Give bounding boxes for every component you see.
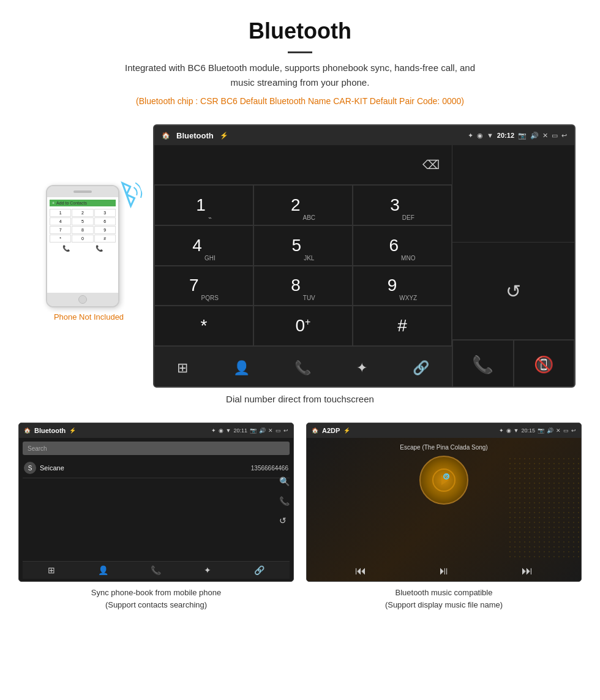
music-block: 🏠 A2DP ⚡ ✦ ◉ ▼ 20:15 📷 🔊 ✕ ▭ ↩ bbox=[306, 423, 582, 611]
music-body: Escape (The Pina Colada Song) ⏮ ⏯ ⏭ bbox=[307, 438, 581, 582]
dialer-content: ⌫ 1⌁ 2ABC 3DEF 4GHI 5JKL 6MNO 7PQRS 8TUV… bbox=[154, 145, 574, 388]
answer-button[interactable]: 📞 bbox=[452, 340, 514, 388]
bt-icon-s: ✦ bbox=[211, 427, 216, 434]
link-icon-c[interactable]: 🔗 bbox=[254, 565, 264, 575]
key-4[interactable]: 4GHI bbox=[154, 225, 253, 266]
x-icon-m[interactable]: ✕ bbox=[556, 427, 561, 434]
grid-icon[interactable]: ⊞ bbox=[177, 360, 188, 376]
next-icon[interactable]: ⏭ bbox=[522, 565, 533, 578]
call-buttons: 📞 📵 bbox=[452, 340, 574, 388]
clock: 20:12 bbox=[497, 132, 514, 139]
sig-icon-m: ▼ bbox=[514, 427, 519, 434]
close-icon[interactable]: ✕ bbox=[542, 132, 548, 140]
contacts-status-bar: 🏠 Bluetooth ⚡ ✦ ◉ ▼ 20:11 📷 🔊 ✕ ▭ ↩ bbox=[19, 423, 293, 438]
contacts-icon[interactable]: 👤 bbox=[233, 360, 250, 376]
refresh-icon[interactable]: ↺ bbox=[506, 280, 521, 302]
music-caption: Bluetooth music compatible(Support displ… bbox=[385, 587, 503, 611]
search-bar[interactable]: Search bbox=[23, 442, 290, 455]
refresh-area: ↺ bbox=[452, 243, 574, 340]
specs-text: (Bluetooth chip : CSR BC6 Default Blueto… bbox=[12, 96, 588, 106]
usb-icon: ⚡ bbox=[220, 132, 228, 140]
phone-icon-c2[interactable]: 📞 bbox=[151, 565, 161, 575]
phone-container: + Add to Contacts 123 456 789 *0# 📞 📞 bbox=[24, 173, 153, 322]
win-icon-s[interactable]: ▭ bbox=[276, 427, 281, 434]
volume-icon[interactable]: 🔊 bbox=[530, 132, 539, 140]
contacts-block: 🏠 Bluetooth ⚡ ✦ ◉ ▼ 20:11 📷 🔊 ✕ ▭ ↩ bbox=[18, 423, 294, 611]
vol-icon-m[interactable]: 🔊 bbox=[547, 427, 553, 434]
phone-icon[interactable]: 📞 bbox=[294, 360, 311, 376]
key-5[interactable]: 5JKL bbox=[253, 225, 353, 266]
backspace-button[interactable]: ⌫ bbox=[422, 157, 440, 172]
back-icon-s[interactable]: ↩ bbox=[283, 427, 288, 434]
status-bar: 🏠 Bluetooth ⚡ ✦ ◉ ▼ 20:12 📷 🔊 ✕ ▭ ↩ bbox=[154, 126, 574, 145]
music-status-bar: 🏠 A2DP ⚡ ✦ ◉ ▼ 20:15 📷 🔊 ✕ ▭ ↩ bbox=[307, 423, 581, 438]
win-icon-m[interactable]: ▭ bbox=[563, 427, 569, 434]
prev-icon[interactable]: ⏮ bbox=[355, 565, 366, 578]
link-icon[interactable]: 🔗 bbox=[413, 360, 429, 376]
dialer-bottom-toolbar: ⊞ 👤 📞 ✦ 🔗 bbox=[154, 346, 452, 388]
key-9[interactable]: 9WXYZ bbox=[353, 266, 452, 306]
search-placeholder: Search bbox=[28, 445, 47, 452]
key-hash[interactable]: # bbox=[353, 306, 452, 346]
window-icon[interactable]: ▭ bbox=[552, 132, 558, 140]
sig-icon-s: ▼ bbox=[226, 427, 231, 434]
cam-icon-m[interactable]: 📷 bbox=[538, 427, 544, 434]
phone-not-included-label: Phone Not Included bbox=[54, 312, 124, 322]
contacts-body: Search S Seicane 13566664466 🔍 📞 ↺ ⊞ bbox=[19, 438, 293, 582]
contacts-caption: Sync phone-book from mobile phone(Suppor… bbox=[91, 587, 221, 611]
contacts-icon-c[interactable]: 👤 bbox=[98, 565, 108, 575]
camera-icon[interactable]: 📷 bbox=[518, 132, 527, 140]
end-call-button[interactable]: 📵 bbox=[514, 340, 575, 388]
cam-icon-s[interactable]: 📷 bbox=[250, 427, 257, 434]
bt-icon-m: ✦ bbox=[499, 427, 504, 434]
usb-icon-m: ⚡ bbox=[343, 427, 350, 434]
dial-label: Dial number direct from touchscreen bbox=[0, 394, 600, 404]
home-icon[interactable]: 🏠 bbox=[162, 132, 170, 140]
back-icon[interactable]: ↩ bbox=[561, 132, 567, 140]
home-icon-s[interactable]: 🏠 bbox=[24, 427, 31, 434]
key-3[interactable]: 3DEF bbox=[353, 185, 452, 225]
loc-icon-s: ◉ bbox=[219, 427, 223, 434]
music-screen-container: 🏠 A2DP ⚡ ✦ ◉ ▼ 20:15 📷 🔊 ✕ ▭ ↩ bbox=[306, 423, 582, 582]
phone-mockup: + Add to Contacts 123 456 789 *0# 📞 📞 bbox=[46, 185, 119, 307]
search-icon-c[interactable]: 🔍 bbox=[279, 476, 290, 486]
page-title: Bluetooth bbox=[12, 18, 588, 44]
key-1[interactable]: 1⌁ bbox=[154, 185, 253, 225]
contacts-area: S Seicane 13566664466 🔍 📞 ↺ bbox=[23, 458, 290, 561]
contact-row: S Seicane 13566664466 bbox=[23, 458, 290, 478]
key-8[interactable]: 8TUV bbox=[253, 266, 353, 306]
location-icon: ◉ bbox=[477, 132, 483, 140]
contact-number: 13566664466 bbox=[251, 465, 288, 472]
status-left: 🏠 Bluetooth ⚡ bbox=[162, 131, 228, 140]
vol-icon-s[interactable]: 🔊 bbox=[259, 427, 266, 434]
album-art bbox=[419, 456, 468, 505]
refresh-icon-c[interactable]: ↺ bbox=[279, 516, 290, 525]
dialer-right-top bbox=[452, 145, 574, 243]
loc-icon-m: ◉ bbox=[506, 427, 511, 434]
title-divider bbox=[288, 51, 312, 53]
bt-icon: ✦ bbox=[468, 132, 473, 140]
key-star[interactable]: * bbox=[154, 306, 253, 346]
grid-icon-c[interactable]: ⊞ bbox=[48, 565, 55, 575]
usb-icon-s: ⚡ bbox=[69, 427, 76, 434]
key-6[interactable]: 6MNO bbox=[353, 225, 452, 266]
back-icon-m[interactable]: ↩ bbox=[571, 427, 576, 434]
middle-section: + Add to Contacts 123 456 789 *0# 📞 📞 bbox=[0, 112, 600, 388]
header-section: Bluetooth Integrated with BC6 Bluetooth … bbox=[0, 0, 600, 112]
contacts-screen: 🏠 Bluetooth ⚡ ✦ ◉ ▼ 20:11 📷 🔊 ✕ ▭ ↩ bbox=[18, 423, 294, 582]
play-pause-icon[interactable]: ⏯ bbox=[438, 565, 449, 578]
key-2[interactable]: 2ABC bbox=[253, 185, 353, 225]
bt-icon-c[interactable]: ✦ bbox=[204, 565, 211, 575]
x-icon-s[interactable]: ✕ bbox=[268, 427, 273, 434]
key-0[interactable]: 0+ bbox=[253, 306, 353, 346]
home-icon-m[interactable]: 🏠 bbox=[312, 427, 318, 434]
music-controls: ⏮ ⏯ ⏭ bbox=[307, 560, 581, 582]
phone-icon-c[interactable]: 📞 bbox=[279, 496, 290, 506]
dialer-left: ⌫ 1⌁ 2ABC 3DEF 4GHI 5JKL 6MNO 7PQRS 8TUV… bbox=[154, 145, 452, 388]
bluetooth-icon[interactable]: ✦ bbox=[356, 360, 367, 376]
description-text: Integrated with BC6 Bluetooth module, su… bbox=[116, 61, 484, 90]
signal-icon: ▼ bbox=[487, 132, 493, 139]
music-dot-pattern bbox=[508, 456, 581, 558]
key-7[interactable]: 7PQRS bbox=[154, 266, 253, 306]
right-icon-column: 🔍 📞 ↺ bbox=[279, 476, 290, 525]
